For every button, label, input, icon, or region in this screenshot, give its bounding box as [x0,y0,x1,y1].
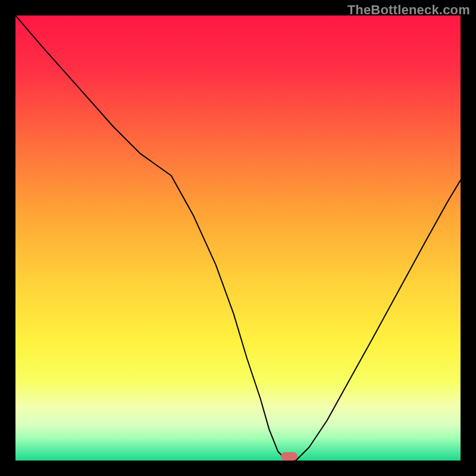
plot-area [15,15,461,461]
chart-frame: TheBottleneck.com [0,0,476,476]
svg-rect-0 [15,15,461,461]
optimal-marker [281,452,298,461]
background-gradient [15,15,461,461]
watermark-text: TheBottleneck.com [347,2,470,18]
